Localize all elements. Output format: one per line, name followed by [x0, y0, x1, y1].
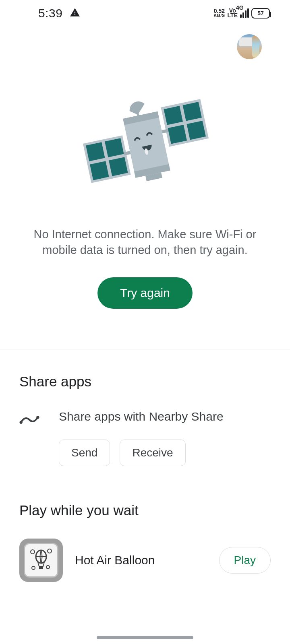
svg-rect-3 [90, 161, 109, 180]
error-message: No Internet connection. Make sure Wi-Fi … [24, 227, 266, 258]
svg-point-25 [46, 566, 50, 569]
svg-point-18 [20, 421, 23, 424]
svg-rect-1 [86, 142, 105, 161]
share-apps-subtitle: Share apps with Nearby Share [59, 410, 271, 423]
app-header [0, 26, 290, 70]
network-speed: 0.52 KB/S [213, 8, 225, 17]
svg-point-23 [31, 550, 35, 554]
share-apps-title: Share apps [19, 374, 271, 390]
game-name: Hot Air Balloon [75, 553, 207, 567]
svg-rect-9 [187, 121, 206, 140]
share-apps-section: Share apps Share apps with Nearby Share … [0, 349, 290, 482]
nearby-share-icon [19, 410, 39, 430]
net-speed-unit: KB/S [213, 14, 225, 18]
play-while-wait-section: Play while you wait Hot Air Balloon Play [0, 482, 290, 598]
battery-indicator: 57 [251, 8, 270, 19]
status-time: 5:39 [38, 6, 62, 20]
svg-rect-6 [164, 106, 183, 125]
svg-rect-7 [183, 102, 202, 121]
signal-indicator: 4G [240, 8, 249, 18]
status-bar: 5:39 0.52 KB/S Vo LTE 4G 57 [0, 0, 290, 26]
status-left: 5:39 [38, 6, 80, 20]
game-row[interactable]: Hot Air Balloon Play [19, 539, 271, 582]
svg-point-26 [32, 566, 35, 570]
warning-icon [70, 7, 80, 19]
try-again-button[interactable]: Try again [97, 277, 193, 309]
svg-rect-8 [168, 125, 187, 144]
error-section: No Internet connection. Make sure Wi-Fi … [0, 70, 290, 341]
receive-button[interactable]: Receive [120, 440, 185, 466]
play-button[interactable]: Play [219, 547, 271, 574]
svg-rect-22 [39, 566, 43, 569]
navigation-handle[interactable] [97, 636, 193, 639]
satellite-illustration [68, 83, 222, 207]
svg-point-24 [48, 549, 52, 553]
svg-rect-4 [109, 157, 128, 176]
status-right: 0.52 KB/S Vo LTE 4G 57 [213, 8, 270, 19]
game-icon [19, 539, 63, 582]
signal-label: 4G [236, 4, 244, 11]
svg-point-19 [36, 416, 39, 419]
svg-rect-2 [105, 138, 124, 157]
play-while-wait-title: Play while you wait [19, 502, 271, 518]
battery-level: 57 [257, 10, 264, 17]
send-button[interactable]: Send [59, 440, 110, 466]
profile-avatar[interactable] [237, 34, 262, 59]
